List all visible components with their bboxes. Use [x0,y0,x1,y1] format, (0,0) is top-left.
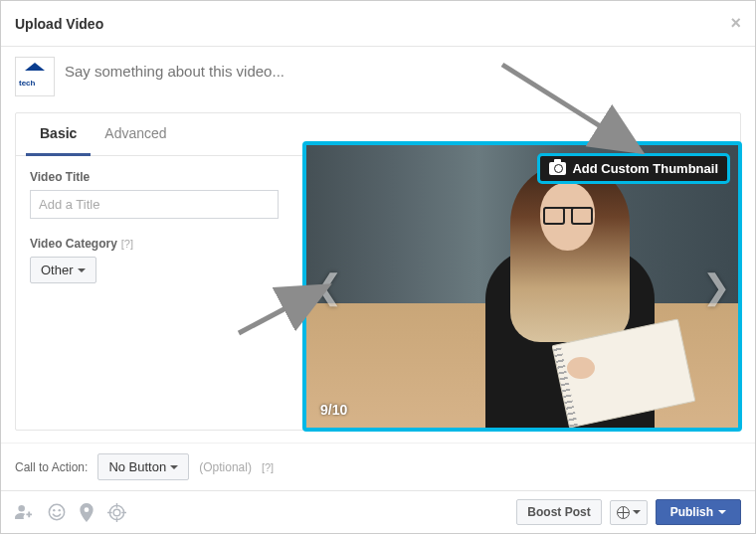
thumbnail-prev-icon[interactable]: ❮ [306,267,350,306]
camera-icon [549,162,566,175]
composer-tools [15,503,126,522]
tab-basic[interactable]: Basic [26,113,91,156]
modal-title: Upload Video [15,16,103,32]
globe-icon [617,506,630,519]
chevron-down-icon [170,465,178,469]
chevron-down-icon [718,510,726,514]
main-content: Basic Advanced Video Title Video Categor… [1,102,755,443]
caption-input[interactable] [65,57,741,80]
modal-footer: Boost Post Publish [1,490,755,533]
video-category-dropdown[interactable]: Other [30,257,96,283]
boost-post-button[interactable]: Boost Post [516,499,601,525]
svg-point-0 [49,504,64,519]
upload-video-modal: Upload Video × tech Basic Advanced Video… [0,0,756,534]
page-avatar[interactable]: tech [15,57,55,96]
modal-header: Upload Video × [1,1,755,47]
chevron-down-icon [78,268,86,272]
svg-point-2 [59,509,61,511]
chevron-down-icon [633,510,641,514]
video-title-input[interactable] [30,190,279,219]
cta-optional: (Optional) [199,460,252,474]
tag-people-icon[interactable] [15,504,34,521]
targeting-icon[interactable] [107,503,126,522]
svg-point-1 [53,509,55,511]
help-icon[interactable]: [?] [121,238,133,250]
location-icon[interactable] [80,503,94,522]
settings-panel: Basic Advanced Video Title Video Categor… [15,112,741,431]
thumbnail-counter: 9/10 [320,402,347,418]
privacy-button[interactable] [610,500,648,525]
composer-row: tech [1,47,755,102]
svg-point-4 [113,509,120,516]
cta-dropdown[interactable]: No Button [97,453,189,480]
cta-row: Call to Action: No Button (Optional) [?] [1,443,755,490]
dropdown-value: Other [41,263,74,277]
help-icon[interactable]: [?] [262,461,274,473]
thumbnail-next-icon[interactable]: ❯ [694,267,738,306]
cta-label: Call to Action: [15,460,88,474]
footer-actions: Boost Post Publish [516,499,741,525]
add-custom-thumbnail-button[interactable]: Add Custom Thumbnail [537,153,730,184]
publish-button[interactable]: Publish [656,499,741,525]
close-icon[interactable]: × [730,13,741,34]
tab-advanced[interactable]: Advanced [91,113,180,155]
thumbnail-preview: ❮ ❯ 9/10 Add Custom Thumbnail [302,141,742,432]
emoji-icon[interactable] [48,503,66,521]
